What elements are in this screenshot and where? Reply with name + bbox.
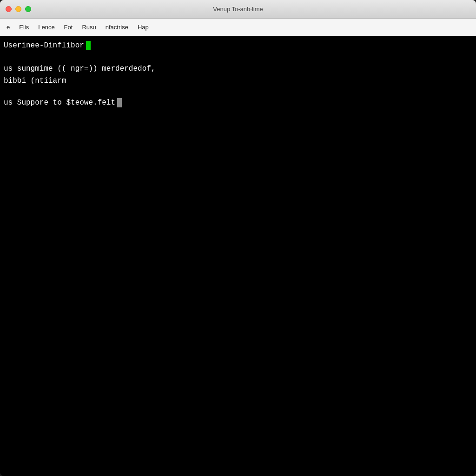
last-prompt-line: us Suppore to $teowe.felt [4, 98, 472, 107]
menu-item-e[interactable]: e [2, 22, 14, 33]
menu-item-rusu[interactable]: Rusu [77, 22, 100, 33]
terminal-line-2: bibbi (ntiiarm [4, 75, 472, 87]
prompt-line: Userinee-Dinflibor [4, 41, 472, 50]
menu-bar: e Elis Lence Fot Rusu nfactrise Hap [0, 19, 476, 36]
window-title: Venup To-anb·lime [213, 6, 263, 13]
empty-line-2 [4, 87, 472, 98]
menu-item-nfactrise[interactable]: nfactrise [101, 22, 133, 33]
green-cursor [86, 41, 91, 50]
gray-cursor [117, 98, 122, 107]
terminal-window: Venup To-anb·lime e Elis Lence Fot Rusu … [0, 0, 476, 476]
close-button[interactable] [6, 6, 12, 12]
terminal-body[interactable]: Userinee-Dinflibor us sungmime (( ngr=))… [0, 36, 476, 476]
empty-line-1 [4, 52, 472, 63]
menu-item-lence[interactable]: Lence [33, 22, 59, 33]
traffic-lights [0, 6, 31, 12]
last-prompt-text: us Suppore to $teowe.felt [4, 99, 115, 107]
minimize-button[interactable] [15, 6, 21, 12]
menu-item-hap[interactable]: Hap [133, 22, 153, 33]
maximize-button[interactable] [25, 6, 31, 12]
menu-item-elis[interactable]: Elis [14, 22, 33, 33]
title-bar: Venup To-anb·lime [0, 0, 476, 19]
terminal-line-1: us sungmime (( ngr=)) merderdedof, [4, 63, 472, 75]
menu-item-fot[interactable]: Fot [60, 22, 78, 33]
prompt-text: Userinee-Dinflibor [4, 41, 84, 50]
